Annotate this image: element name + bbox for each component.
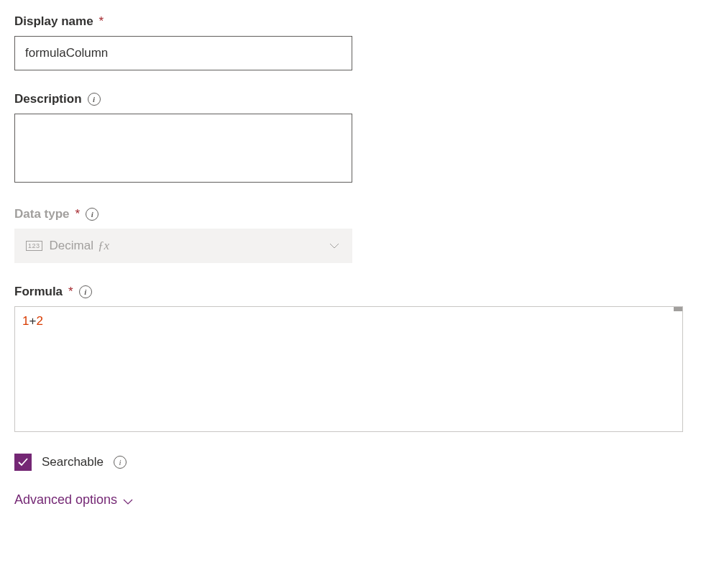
formula-content: 1+2 <box>22 314 675 329</box>
advanced-options-toggle[interactable]: Advanced options <box>14 492 133 507</box>
fx-icon: ƒx <box>98 239 109 253</box>
info-icon[interactable]: i <box>86 208 98 221</box>
data-type-dropdown: 123 Decimal ƒx <box>14 229 352 263</box>
display-name-input[interactable] <box>14 36 352 70</box>
chevron-down-icon <box>329 241 339 251</box>
required-asterisk: * <box>75 207 81 221</box>
description-field: Description i <box>14 92 687 185</box>
advanced-options-label: Advanced options <box>14 492 117 507</box>
data-type-value-text: Decimal <box>50 239 93 253</box>
description-label: Description i <box>14 92 687 106</box>
formula-label: Formula * i <box>14 285 687 299</box>
searchable-checkbox[interactable] <box>14 454 32 471</box>
display-name-field: Display name * <box>14 14 687 70</box>
info-icon[interactable]: i <box>114 456 127 469</box>
data-type-label: Data type * i <box>14 207 687 221</box>
description-input[interactable] <box>14 114 352 183</box>
display-name-label-text: Display name <box>14 14 93 29</box>
formula-editor[interactable]: 1+2 <box>14 306 683 432</box>
description-label-text: Description <box>14 92 82 106</box>
numeric-type-icon: 123 <box>26 241 42 251</box>
formula-number-2: 2 <box>36 314 42 328</box>
data-type-label-text: Data type <box>14 207 70 221</box>
chevron-down-icon <box>123 495 133 505</box>
searchable-label[interactable]: Searchable <box>42 455 104 469</box>
scrollbar-marker <box>674 307 682 311</box>
required-asterisk: * <box>99 14 104 29</box>
formula-operator: + <box>29 314 36 328</box>
info-icon[interactable]: i <box>88 93 101 106</box>
info-icon[interactable]: i <box>79 285 92 298</box>
data-type-value: Decimal ƒx <box>50 239 341 253</box>
formula-label-text: Formula <box>14 285 63 299</box>
formula-field: Formula * i 1+2 <box>14 285 687 432</box>
display-name-label: Display name * <box>14 14 687 29</box>
searchable-row: Searchable i <box>14 454 687 471</box>
required-asterisk: * <box>68 285 73 299</box>
data-type-field: Data type * i 123 Decimal ƒx <box>14 207 687 263</box>
